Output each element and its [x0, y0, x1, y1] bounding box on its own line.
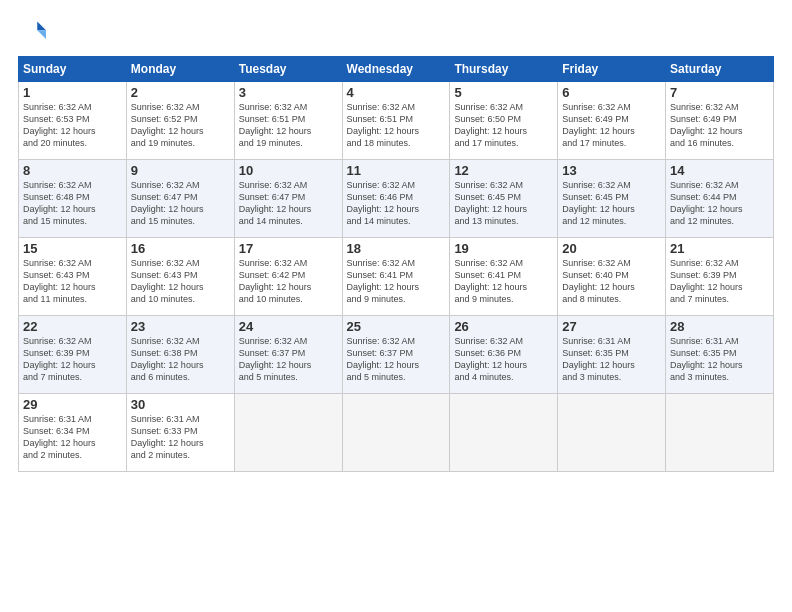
- day-number: 1: [23, 85, 122, 100]
- calendar-cell: 12Sunrise: 6:32 AMSunset: 6:45 PMDayligh…: [450, 160, 558, 238]
- calendar-cell: 2Sunrise: 6:32 AMSunset: 6:52 PMDaylight…: [126, 82, 234, 160]
- calendar-cell: 6Sunrise: 6:32 AMSunset: 6:49 PMDaylight…: [558, 82, 666, 160]
- logo: [18, 18, 50, 46]
- calendar-cell: 24Sunrise: 6:32 AMSunset: 6:37 PMDayligh…: [234, 316, 342, 394]
- day-info: Sunrise: 6:32 AMSunset: 6:41 PMDaylight:…: [454, 257, 553, 306]
- day-info: Sunrise: 6:32 AMSunset: 6:47 PMDaylight:…: [131, 179, 230, 228]
- day-info: Sunrise: 6:32 AMSunset: 6:36 PMDaylight:…: [454, 335, 553, 384]
- day-number: 4: [347, 85, 446, 100]
- calendar-cell: 8Sunrise: 6:32 AMSunset: 6:48 PMDaylight…: [19, 160, 127, 238]
- day-number: 21: [670, 241, 769, 256]
- calendar-cell: 18Sunrise: 6:32 AMSunset: 6:41 PMDayligh…: [342, 238, 450, 316]
- day-number: 16: [131, 241, 230, 256]
- calendar-cell: 23Sunrise: 6:32 AMSunset: 6:38 PMDayligh…: [126, 316, 234, 394]
- day-info: Sunrise: 6:32 AMSunset: 6:42 PMDaylight:…: [239, 257, 338, 306]
- day-info: Sunrise: 6:32 AMSunset: 6:38 PMDaylight:…: [131, 335, 230, 384]
- calendar-cell: 11Sunrise: 6:32 AMSunset: 6:46 PMDayligh…: [342, 160, 450, 238]
- th-sunday: Sunday: [19, 57, 127, 82]
- calendar-cell: 7Sunrise: 6:32 AMSunset: 6:49 PMDaylight…: [666, 82, 774, 160]
- calendar-cell: 5Sunrise: 6:32 AMSunset: 6:50 PMDaylight…: [450, 82, 558, 160]
- day-number: 15: [23, 241, 122, 256]
- day-number: 11: [347, 163, 446, 178]
- day-info: Sunrise: 6:32 AMSunset: 6:43 PMDaylight:…: [23, 257, 122, 306]
- day-number: 25: [347, 319, 446, 334]
- day-info: Sunrise: 6:32 AMSunset: 6:49 PMDaylight:…: [670, 101, 769, 150]
- day-number: 8: [23, 163, 122, 178]
- day-info: Sunrise: 6:31 AMSunset: 6:33 PMDaylight:…: [131, 413, 230, 462]
- calendar-cell: 15Sunrise: 6:32 AMSunset: 6:43 PMDayligh…: [19, 238, 127, 316]
- day-number: 10: [239, 163, 338, 178]
- calendar-cell: 25Sunrise: 6:32 AMSunset: 6:37 PMDayligh…: [342, 316, 450, 394]
- calendar-cell: [666, 394, 774, 472]
- day-info: Sunrise: 6:32 AMSunset: 6:53 PMDaylight:…: [23, 101, 122, 150]
- calendar-cell: 4Sunrise: 6:32 AMSunset: 6:51 PMDaylight…: [342, 82, 450, 160]
- day-info: Sunrise: 6:32 AMSunset: 6:40 PMDaylight:…: [562, 257, 661, 306]
- calendar-cell: 29Sunrise: 6:31 AMSunset: 6:34 PMDayligh…: [19, 394, 127, 472]
- day-info: Sunrise: 6:32 AMSunset: 6:52 PMDaylight:…: [131, 101, 230, 150]
- day-info: Sunrise: 6:32 AMSunset: 6:37 PMDaylight:…: [239, 335, 338, 384]
- calendar-cell: 3Sunrise: 6:32 AMSunset: 6:51 PMDaylight…: [234, 82, 342, 160]
- day-number: 26: [454, 319, 553, 334]
- day-info: Sunrise: 6:31 AMSunset: 6:35 PMDaylight:…: [670, 335, 769, 384]
- day-number: 2: [131, 85, 230, 100]
- day-number: 12: [454, 163, 553, 178]
- day-number: 20: [562, 241, 661, 256]
- header: [18, 18, 774, 46]
- day-info: Sunrise: 6:32 AMSunset: 6:51 PMDaylight:…: [239, 101, 338, 150]
- calendar-cell: 28Sunrise: 6:31 AMSunset: 6:35 PMDayligh…: [666, 316, 774, 394]
- day-info: Sunrise: 6:32 AMSunset: 6:47 PMDaylight:…: [239, 179, 338, 228]
- logo-icon: [18, 18, 46, 46]
- calendar-cell: 14Sunrise: 6:32 AMSunset: 6:44 PMDayligh…: [666, 160, 774, 238]
- calendar-week-row: 22Sunrise: 6:32 AMSunset: 6:39 PMDayligh…: [19, 316, 774, 394]
- day-number: 18: [347, 241, 446, 256]
- day-info: Sunrise: 6:32 AMSunset: 6:51 PMDaylight:…: [347, 101, 446, 150]
- day-number: 23: [131, 319, 230, 334]
- day-info: Sunrise: 6:32 AMSunset: 6:44 PMDaylight:…: [670, 179, 769, 228]
- day-number: 7: [670, 85, 769, 100]
- calendar-cell: 16Sunrise: 6:32 AMSunset: 6:43 PMDayligh…: [126, 238, 234, 316]
- day-info: Sunrise: 6:32 AMSunset: 6:39 PMDaylight:…: [23, 335, 122, 384]
- th-saturday: Saturday: [666, 57, 774, 82]
- day-info: Sunrise: 6:32 AMSunset: 6:48 PMDaylight:…: [23, 179, 122, 228]
- day-number: 13: [562, 163, 661, 178]
- calendar-cell: [342, 394, 450, 472]
- day-info: Sunrise: 6:32 AMSunset: 6:49 PMDaylight:…: [562, 101, 661, 150]
- day-number: 29: [23, 397, 122, 412]
- calendar-cell: [234, 394, 342, 472]
- calendar-cell: 13Sunrise: 6:32 AMSunset: 6:45 PMDayligh…: [558, 160, 666, 238]
- day-info: Sunrise: 6:31 AMSunset: 6:35 PMDaylight:…: [562, 335, 661, 384]
- day-info: Sunrise: 6:32 AMSunset: 6:43 PMDaylight:…: [131, 257, 230, 306]
- calendar-cell: 9Sunrise: 6:32 AMSunset: 6:47 PMDaylight…: [126, 160, 234, 238]
- day-info: Sunrise: 6:32 AMSunset: 6:46 PMDaylight:…: [347, 179, 446, 228]
- calendar-week-row: 1Sunrise: 6:32 AMSunset: 6:53 PMDaylight…: [19, 82, 774, 160]
- day-info: Sunrise: 6:32 AMSunset: 6:37 PMDaylight:…: [347, 335, 446, 384]
- th-friday: Friday: [558, 57, 666, 82]
- day-number: 22: [23, 319, 122, 334]
- day-info: Sunrise: 6:32 AMSunset: 6:41 PMDaylight:…: [347, 257, 446, 306]
- calendar: Sunday Monday Tuesday Wednesday Thursday…: [18, 56, 774, 472]
- calendar-cell: 30Sunrise: 6:31 AMSunset: 6:33 PMDayligh…: [126, 394, 234, 472]
- th-monday: Monday: [126, 57, 234, 82]
- day-info: Sunrise: 6:31 AMSunset: 6:34 PMDaylight:…: [23, 413, 122, 462]
- calendar-cell: [450, 394, 558, 472]
- day-number: 14: [670, 163, 769, 178]
- calendar-week-row: 29Sunrise: 6:31 AMSunset: 6:34 PMDayligh…: [19, 394, 774, 472]
- day-number: 30: [131, 397, 230, 412]
- day-number: 27: [562, 319, 661, 334]
- day-number: 19: [454, 241, 553, 256]
- day-number: 28: [670, 319, 769, 334]
- day-info: Sunrise: 6:32 AMSunset: 6:45 PMDaylight:…: [454, 179, 553, 228]
- day-info: Sunrise: 6:32 AMSunset: 6:39 PMDaylight:…: [670, 257, 769, 306]
- calendar-cell: 19Sunrise: 6:32 AMSunset: 6:41 PMDayligh…: [450, 238, 558, 316]
- calendar-cell: 27Sunrise: 6:31 AMSunset: 6:35 PMDayligh…: [558, 316, 666, 394]
- calendar-week-row: 8Sunrise: 6:32 AMSunset: 6:48 PMDaylight…: [19, 160, 774, 238]
- day-info: Sunrise: 6:32 AMSunset: 6:45 PMDaylight:…: [562, 179, 661, 228]
- day-number: 6: [562, 85, 661, 100]
- calendar-cell: 26Sunrise: 6:32 AMSunset: 6:36 PMDayligh…: [450, 316, 558, 394]
- day-number: 5: [454, 85, 553, 100]
- th-wednesday: Wednesday: [342, 57, 450, 82]
- header-row: Sunday Monday Tuesday Wednesday Thursday…: [19, 57, 774, 82]
- calendar-cell: 20Sunrise: 6:32 AMSunset: 6:40 PMDayligh…: [558, 238, 666, 316]
- svg-marker-0: [37, 22, 46, 31]
- day-number: 9: [131, 163, 230, 178]
